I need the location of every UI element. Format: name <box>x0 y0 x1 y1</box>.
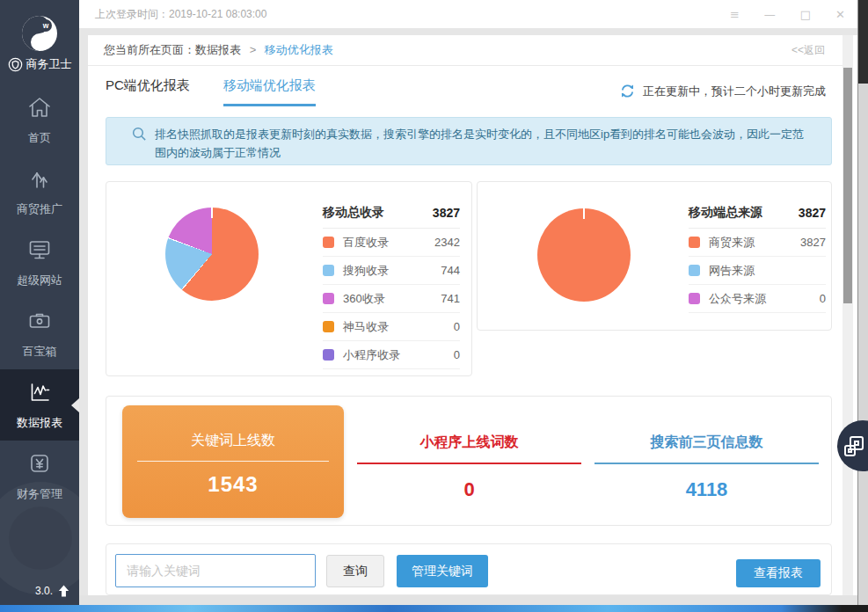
legend-value: 0 <box>820 292 826 305</box>
legend-value: 3827 <box>800 236 826 249</box>
keyword-toolbar: 查询 管理关键词 查看报表 <box>106 543 832 595</box>
svg-text:w: w <box>42 21 49 30</box>
view-report-button[interactable]: 查看报表 <box>736 559 821 587</box>
report-icon <box>26 379 53 409</box>
window-controls: ≡ — □ ✕ <box>730 0 845 28</box>
legend-swatch <box>323 349 334 361</box>
maximize-icon[interactable]: □ <box>800 8 811 21</box>
stat-value: 0 <box>357 478 581 501</box>
sidebar-item-label: 超级网站 <box>17 273 62 288</box>
sidebar: w 商务卫士 首页商贸推广超级网站百宝箱数据报表财务管理 3.0. <box>0 0 79 605</box>
legend-total: 3827 <box>799 206 826 220</box>
legend-value: 0 <box>454 320 460 333</box>
breadcrumb-separator: > <box>250 43 257 56</box>
tab-pc-report[interactable]: PC端优化报表 <box>106 77 190 106</box>
legend-row: 百度收录2342 <box>323 229 460 257</box>
legend-name: 商贸来源 <box>709 235 800 251</box>
legend-header: 移动总收录3827 <box>323 198 460 229</box>
sidebar-item-2[interactable]: 超级网站 <box>0 227 79 298</box>
legend-swatch <box>323 293 334 304</box>
legend-row: 360收录741 <box>323 285 460 313</box>
breadcrumb: 您当前所在页面：数据报表 > 移动优化报表 <box>104 35 333 65</box>
legend-swatch <box>689 237 700 248</box>
legend-row: 小程序收录0 <box>323 341 460 369</box>
stat-value: 1543 <box>122 472 344 497</box>
menu-icon[interactable]: ≡ <box>730 8 740 21</box>
close-icon[interactable]: ✕ <box>835 8 845 21</box>
toolbox-icon <box>26 308 53 338</box>
keyword-input[interactable] <box>115 554 316 587</box>
legend-swatch <box>689 293 700 304</box>
stat-underline <box>357 463 581 464</box>
stat-value: 4118 <box>594 478 819 501</box>
qr-code-icon <box>843 435 866 458</box>
legend-name: 小程序收录 <box>343 347 454 363</box>
legend-name: 网告来源 <box>709 263 826 279</box>
breadcrumb-prefix: 您当前所在页面：数据报表 <box>104 43 241 56</box>
stats-panel: 关键词上线数 1543 小程序上线词数 0 搜索前三页信息数 4118 <box>106 396 832 526</box>
chart-card-mobile-source: 移动端总来源3827商贸来源3827网告来源公众号来源0 <box>477 181 832 331</box>
legend-name: 百度收录 <box>343 235 434 251</box>
home-icon <box>26 94 53 124</box>
legend-value: 0 <box>454 348 460 361</box>
legend-mobile-source: 移动端总来源3827商贸来源3827网告来源公众号来源0 <box>689 198 826 313</box>
desktop-wallpaper-strip <box>0 605 868 612</box>
brand-name: 商务卫士 <box>26 56 72 72</box>
bottom-band <box>79 595 857 605</box>
legend-value: 744 <box>441 264 460 277</box>
breadcrumb-row: 您当前所在页面：数据报表 > 移动优化报表 <<返回 <box>88 35 842 66</box>
scrollbar-thumb[interactable] <box>843 68 852 303</box>
finance-icon <box>26 450 53 480</box>
update-status-row: 正在更新中，预计二个小时更新完成 <box>619 83 826 99</box>
divider-band <box>79 28 857 35</box>
stat-divider <box>137 461 329 462</box>
watermark-logo <box>0 482 79 594</box>
legend-swatch <box>323 265 334 276</box>
refresh-icon <box>619 83 636 99</box>
tab-row: PC端优化报表 移动端优化报表 <box>106 77 316 106</box>
legend-name: 神马收录 <box>343 319 454 335</box>
manage-keywords-button[interactable]: 管理关键词 <box>397 555 488 587</box>
stat-underline <box>594 463 819 464</box>
minimize-icon[interactable]: — <box>764 8 776 21</box>
pie-chart-mobile-index <box>165 208 259 301</box>
chart-card-mobile-index: 移动总收录3827百度收录2342搜狗收录744360收录741神马收录0小程序… <box>106 181 472 376</box>
sidebar-item-label: 商贸推广 <box>17 201 62 217</box>
titlebar: 上次登录时间：2019-10-21 08:03:00 ≡ — □ ✕ <box>79 0 857 28</box>
query-button[interactable]: 查询 <box>326 555 384 587</box>
pie-chart-mobile-source <box>537 208 631 302</box>
promote-icon <box>26 165 53 195</box>
legend-row: 搜狗收录744 <box>323 257 460 285</box>
sidebar-item-0[interactable]: 首页 <box>0 84 79 156</box>
legend-header: 移动端总来源3827 <box>689 198 826 229</box>
stat-card-top3-pages-info: 搜索前三页信息数 4118 <box>594 397 819 501</box>
search-icon <box>131 126 148 142</box>
sidebar-menu: 首页商贸推广超级网站百宝箱数据报表财务管理 <box>0 84 79 512</box>
sidebar-item-label: 百宝箱 <box>23 344 57 360</box>
upgrade-arrow-icon[interactable] <box>57 584 70 598</box>
breadcrumb-current[interactable]: 移动优化报表 <box>265 43 333 56</box>
notice-banner: 排名快照抓取的是报表更新时刻的真实数据，搜索引擎的排名是实时变化的，且不同地区i… <box>106 117 832 165</box>
legend-swatch <box>323 237 334 248</box>
desktop-right-strip <box>857 0 868 605</box>
back-link[interactable]: <<返回 <box>791 35 825 65</box>
stat-label: 小程序上线词数 <box>357 434 581 452</box>
legend-value: 741 <box>441 292 460 305</box>
legend-title: 移动端总来源 <box>689 205 762 221</box>
sidebar-item-3[interactable]: 百宝箱 <box>0 298 79 369</box>
legend-swatch <box>323 321 334 332</box>
legend-row: 神马收录0 <box>323 313 460 341</box>
stat-card-miniprogram-words: 小程序上线词数 0 <box>357 397 581 501</box>
legend-mobile-index: 移动总收录3827百度收录2342搜狗收录744360收录741神马收录0小程序… <box>323 198 460 369</box>
sidebar-item-1[interactable]: 商贸推广 <box>0 156 79 227</box>
tab-mobile-report[interactable]: 移动端优化报表 <box>223 77 316 106</box>
stat-card-keywords-online: 关键词上线数 1543 <box>122 405 344 518</box>
sidebar-item-label: 数据报表 <box>17 415 62 431</box>
legend-row: 商贸来源3827 <box>689 229 826 257</box>
active-notch <box>71 398 79 412</box>
legend-name: 360收录 <box>343 291 441 307</box>
legend-row: 网告来源 <box>689 257 826 285</box>
sidebar-item-4[interactable]: 数据报表 <box>0 369 79 441</box>
legend-value: 2342 <box>434 236 460 249</box>
legend-total: 3827 <box>433 206 460 220</box>
